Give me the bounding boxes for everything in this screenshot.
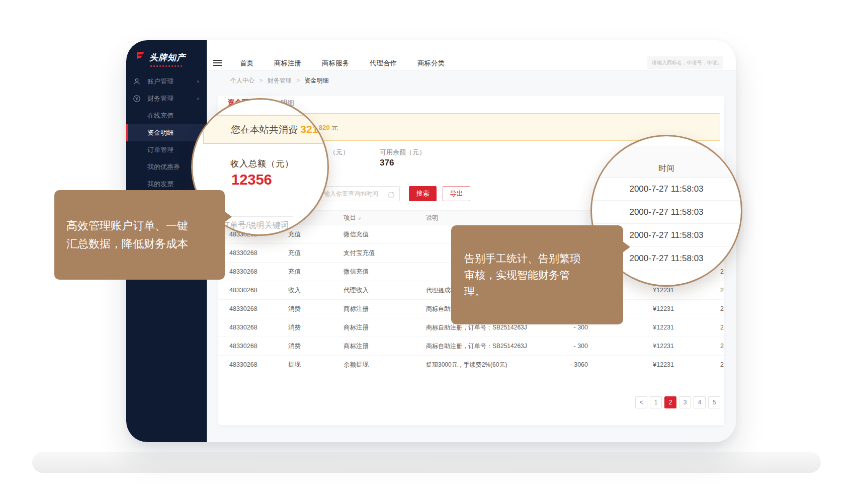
hamburger-menu-icon[interactable] <box>213 60 222 67</box>
brand-logo[interactable]: 头牌知产 <box>126 40 207 73</box>
sidebar-item-fund-detail[interactable]: 资金明细 <box>126 124 207 141</box>
callout-arrow-right-icon <box>224 211 232 222</box>
search-input[interactable] <box>647 56 723 69</box>
pagination-page-1[interactable]: 1 <box>650 396 662 408</box>
brand-logo-icon <box>135 51 146 64</box>
cell-type: 消费 <box>280 323 335 332</box>
cell-project: 微信充值 <box>335 230 418 239</box>
cell-time: 2000-7-27 11:58:03 <box>678 361 724 368</box>
cell-order: 48330268 <box>218 287 280 294</box>
cell-desc: 商标自助注册，订单号：SB2514263J <box>418 342 543 351</box>
pagination-page-2-active[interactable]: 2 <box>664 396 676 408</box>
nav-item-trademark-service[interactable]: 商标服务 <box>322 59 349 68</box>
cell-project: 商标注册 <box>335 323 418 332</box>
cell-type: 消费 <box>280 305 335 313</box>
nav-item-home[interactable]: 首页 <box>240 59 253 68</box>
available-balance-label: 可用余额（元） <box>380 148 425 157</box>
chevron-down-icon: ∨ <box>196 79 200 84</box>
cell-type: 充值 <box>280 230 335 239</box>
sidebar-item-finance[interactable]: 财务管理 ∧ <box>126 90 207 107</box>
banner-tail-unit: 元 <box>331 124 338 131</box>
nav-item-agent-cooperation[interactable]: 代理合作 <box>370 59 397 68</box>
breadcrumb-separator: > <box>296 77 300 84</box>
cell-balance: ¥12231 <box>593 343 678 350</box>
cell-desc: 提现3000元，手续费2%(60元) <box>418 361 543 369</box>
breadcrumb: 个人中心 > 财务管理 > 资金明细 <box>230 76 328 85</box>
nav-item-trademark-category[interactable]: 商标分类 <box>417 59 445 68</box>
cell-balance: ¥12231 <box>593 361 678 368</box>
table-row: 48330268 消费 商标注册 商标自助注册，订单号：SB2514263J -… <box>218 337 724 356</box>
nav-item-trademark-register[interactable]: 商标注册 <box>274 59 301 68</box>
calendar-icon[interactable] <box>388 191 394 197</box>
cell-type: 消费 <box>280 342 335 351</box>
header-project[interactable]: 项目∨ <box>335 214 418 222</box>
breadcrumb-current: 资金明细 <box>304 77 328 84</box>
magnified-consumption-banner: 您在本站共消费 32124 <box>203 115 329 144</box>
finance-icon <box>133 95 141 103</box>
time-filter-input[interactable] <box>319 186 400 201</box>
cell-type: 提现 <box>280 361 335 369</box>
cell-order: 48330268 <box>218 361 280 368</box>
cell-project: 代理收入 <box>335 286 418 295</box>
export-button[interactable]: 导出 <box>443 186 470 201</box>
cell-project: 商标注册 <box>335 342 418 351</box>
table-row: 48330268 提现 余额提现 提现3000元，手续费2%(60元) - 30… <box>218 356 724 374</box>
brand-logo-text: 头牌知产 <box>149 52 186 63</box>
cell-desc: 商标自助注册，订单号：SB2514263J <box>418 323 543 332</box>
pagination: < 1 2 3 4 5 <box>635 396 720 408</box>
breadcrumb-finance[interactable]: 财务管理 <box>268 77 292 84</box>
cell-amount: - 3060 <box>543 361 593 368</box>
breadcrumb-personal-center[interactable]: 个人中心 <box>230 77 254 84</box>
top-nav: 首页 商标注册 商标服务 代理合作 商标分类 <box>240 59 445 68</box>
chevron-up-icon: ∧ <box>196 96 200 101</box>
magnified-time-cell: 2000-7-27 11:58:03 <box>592 178 741 201</box>
active-indicator <box>126 124 128 141</box>
income-total-value: 12356 <box>231 172 272 188</box>
pagination-prev[interactable]: < <box>635 396 647 408</box>
cell-balance: ¥12231 <box>593 324 678 331</box>
cell-time: 2000-7-27 11:58:03 <box>678 305 724 312</box>
sidebar-item-label: 财务管理 <box>147 94 174 103</box>
logo-subtext-decoration <box>150 65 184 67</box>
cell-order: 48330268 <box>218 249 280 257</box>
laptop-base <box>32 452 821 473</box>
callout-bubble-left: 高效管理账户订单、一键 汇总数据，降低财务成本 <box>54 190 225 280</box>
callout-right-text: 告别手工统计、告别繁琐 审核，实现智能财务管 理。 <box>464 253 580 297</box>
cell-time: 2000-7-27 11:58:03 <box>678 324 724 331</box>
callout-bubble-right: 告别手工统计、告别繁琐 审核，实现智能财务管 理。 <box>451 225 623 324</box>
cell-time: 2000-7-27 11:58:03 <box>678 343 724 350</box>
magnified-banner-prefix: 您在本站共消费 <box>231 124 298 135</box>
pagination-page-5[interactable]: 5 <box>708 396 720 408</box>
sort-icon[interactable]: ∨ <box>358 216 361 221</box>
sidebar-item-account[interactable]: 账户管理 ∨ <box>126 73 207 90</box>
cell-project: 余额提现 <box>335 361 418 369</box>
magnified-time-cell: 2000-7-27 11:58:03 <box>592 201 741 224</box>
cell-type: 充值 <box>280 249 335 258</box>
cell-amount: - 300 <box>543 324 593 331</box>
search-button[interactable]: 搜索 <box>409 186 437 201</box>
cell-project: 微信充值 <box>335 268 418 276</box>
banner-tail-text: 820 元 <box>319 123 338 132</box>
cell-project: 支付宝充值 <box>335 249 418 258</box>
sidebar-item-label: 账户管理 <box>147 77 174 86</box>
callout-arrow-right-icon <box>623 241 630 253</box>
cell-order: 48330268 <box>218 324 280 331</box>
cell-amount: - 300 <box>543 343 593 350</box>
available-balance-value: 376 <box>380 158 394 168</box>
top-navbar: 首页 商标注册 商标服务 代理合作 商标分类 <box>207 40 736 70</box>
cell-project: 商标注册 <box>335 305 418 313</box>
cell-type: 收入 <box>280 286 335 295</box>
stat-middle-label: （元） <box>329 148 349 157</box>
user-icon <box>133 77 141 86</box>
banner-tail-value: 820 <box>319 124 330 131</box>
cell-order: 48330268 <box>218 343 280 350</box>
cell-type: 充值 <box>280 268 335 276</box>
callout-left-text: 高效管理账户订单、一键 汇总数据，降低财务成本 <box>66 219 188 250</box>
pagination-page-4[interactable]: 4 <box>694 396 706 408</box>
cell-order: 48330268 <box>218 305 280 312</box>
header-desc: 说明 <box>418 214 543 222</box>
cell-time: 2000-7-27 11:58:03 <box>678 287 724 294</box>
income-total-label: 收入总额（元） <box>230 158 294 170</box>
pagination-page-3[interactable]: 3 <box>679 396 691 408</box>
sidebar-item-online-recharge[interactable]: 在线充值 <box>126 107 207 124</box>
